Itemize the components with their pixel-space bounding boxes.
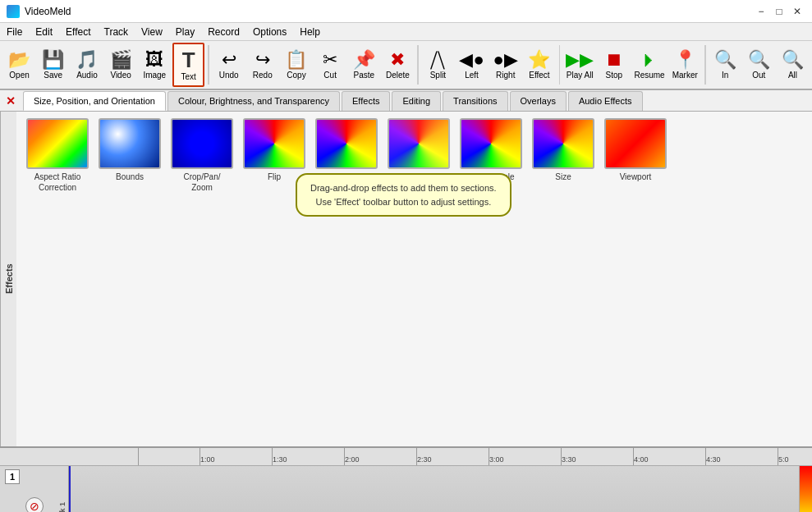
tooltip-line2: Use 'Effect' toolbar button to adjust se… [310, 195, 497, 209]
tab-audio-effects[interactable]: Audio Effects [568, 91, 643, 111]
effect-button[interactable]: ⭐ Effect [523, 43, 555, 87]
effect-aspect-ratio-label: Aspect RatioCorrection [34, 171, 81, 193]
tooltip-line1: Drag-and-drop effects to add them to sec… [310, 181, 497, 195]
video-button[interactable]: 🎬 Video [105, 43, 137, 87]
undo-icon: ↩ [222, 51, 236, 69]
stop-button[interactable]: ⏹ Stop [598, 43, 630, 87]
close-button[interactable]: ✕ [789, 4, 805, 19]
cut-button[interactable]: ✂ Cut [314, 43, 346, 87]
zoom-out-button[interactable]: 🔍 Out [743, 43, 775, 87]
menu-effect[interactable]: Effect [59, 23, 97, 40]
redo-button[interactable]: ↪ Redo [246, 43, 278, 87]
effect-bounds-thumb [99, 118, 161, 169]
play-all-button[interactable]: ▶▶ Play All [563, 43, 596, 87]
ruler-mark-9: 5:0 [778, 448, 812, 465]
paste-label: Paste [354, 71, 375, 80]
effect-viewport[interactable]: Viewport [603, 118, 668, 182]
zoom-in-icon: 🔍 [714, 51, 736, 69]
open-button[interactable]: 📂 Open [3, 43, 35, 87]
effect-flip[interactable]: Flip [241, 118, 307, 182]
redo-icon: ↪ [255, 51, 270, 69]
open-icon: 📂 [8, 51, 30, 69]
copy-icon: 📋 [285, 51, 307, 69]
image-icon: 🖼 [145, 51, 163, 69]
left-button[interactable]: ◀● Left [456, 43, 488, 87]
ruler-mark-8: 4:30 [705, 448, 778, 465]
effect-size-thumb [532, 118, 594, 169]
timeline-right-scroll[interactable] [799, 466, 812, 512]
effects-sidebar-label: Effects [4, 264, 14, 295]
effects-sidebar: Effects [0, 112, 16, 446]
resume-button[interactable]: ⏵ Resume [631, 43, 667, 87]
image-button[interactable]: 🖼 Image [139, 43, 171, 87]
timeline-content: 1 ⊘ Track 1 [0, 466, 812, 512]
ruler-mark-2: 1:30 [272, 448, 344, 465]
tabs-bar: ✕ Size, Position, and Orientation Colour… [0, 90, 812, 112]
menu-file[interactable]: File [0, 23, 29, 40]
zoom-all-button[interactable]: 🔍 All [777, 43, 809, 87]
audio-button[interactable]: 🎵 Audio [71, 43, 103, 87]
save-icon: 💾 [42, 51, 64, 69]
track-1-mute-button[interactable]: ⊘ [25, 497, 44, 513]
ruler-mark-3: 2:00 [344, 448, 416, 465]
tabs-close-button[interactable]: ✕ [2, 92, 20, 110]
minimize-button[interactable]: − [753, 4, 769, 19]
delete-label: Delete [386, 71, 410, 80]
tab-effects-label: Effects [352, 96, 379, 106]
split-button[interactable]: ⧸⧹ Split [422, 43, 454, 87]
right-icon: ●▶ [493, 51, 518, 69]
effect-crop-label: Crop/Pan/Zoom [183, 171, 220, 193]
app-title: VideoMeld [25, 6, 71, 17]
zoom-in-button[interactable]: 🔍 In [709, 43, 741, 87]
cut-label: Cut [323, 71, 337, 80]
track-headers: 1 ⊘ Track 1 [0, 466, 69, 512]
text-button[interactable]: T Text [172, 43, 204, 87]
tab-colour-label: Colour, Brightness, and Transparency [178, 96, 329, 106]
tab-editing[interactable]: Editing [392, 91, 441, 111]
menu-options[interactable]: Options [246, 23, 293, 40]
save-button[interactable]: 💾 Save [37, 43, 69, 87]
effect-bounds[interactable]: Bounds [97, 118, 163, 182]
ruler-mark-6: 3:30 [561, 448, 633, 465]
timeline-cursor [69, 466, 71, 512]
delete-button[interactable]: ✖ Delete [382, 43, 414, 87]
effect-size[interactable]: Size [530, 118, 596, 182]
zoom-in-label: In [722, 71, 728, 80]
tab-effects[interactable]: Effects [342, 91, 390, 111]
effect-crop-pan-zoom[interactable]: Crop/Pan/Zoom [169, 118, 235, 193]
tab-overlays[interactable]: Overlays [510, 91, 567, 111]
tracks-area[interactable] [69, 466, 799, 512]
menu-view[interactable]: View [135, 23, 169, 40]
zoom-out-icon: 🔍 [748, 51, 770, 69]
effect-position-thumb [315, 118, 378, 169]
ruler-marks-container: 1:00 1:30 2:00 2:30 3:00 3:30 4:00 4:30 … [138, 448, 812, 465]
resume-label: Resume [634, 71, 664, 80]
marker-button[interactable]: 📍 Marker [669, 43, 701, 87]
track-1-row[interactable] [69, 466, 799, 512]
marker-icon: 📍 [674, 51, 696, 69]
audio-label: Audio [76, 71, 98, 80]
menu-record[interactable]: Record [201, 23, 246, 40]
paste-button[interactable]: 📌 Paste [348, 43, 380, 87]
tab-colour[interactable]: Colour, Brightness, and Transparency [167, 91, 340, 111]
effect-label: Effect [529, 71, 549, 80]
effect-flip-thumb [243, 118, 305, 169]
menu-bar: File Edit Effect Track View Play Record … [0, 23, 812, 41]
menu-track[interactable]: Track [98, 23, 135, 40]
copy-button[interactable]: 📋 Copy [280, 43, 312, 87]
save-label: Save [44, 71, 62, 80]
menu-help[interactable]: Help [293, 23, 327, 40]
ruler-mark-5: 3:00 [489, 448, 561, 465]
undo-button[interactable]: ↩ Undo [213, 43, 245, 87]
tab-transitions[interactable]: Transitions [443, 91, 507, 111]
maximize-button[interactable]: □ [771, 4, 787, 19]
effect-aspect-ratio[interactable]: Aspect RatioCorrection [25, 118, 90, 193]
menu-play[interactable]: Play [169, 23, 201, 40]
undo-label: Undo [219, 71, 239, 80]
menu-edit[interactable]: Edit [29, 23, 59, 40]
video-label: Video [110, 71, 131, 80]
tab-size-position[interactable]: Size, Position, and Orientation [23, 91, 166, 111]
right-button[interactable]: ●▶ Right [489, 43, 521, 87]
separator-3 [559, 45, 561, 85]
effect-size-label: Size [555, 171, 571, 182]
